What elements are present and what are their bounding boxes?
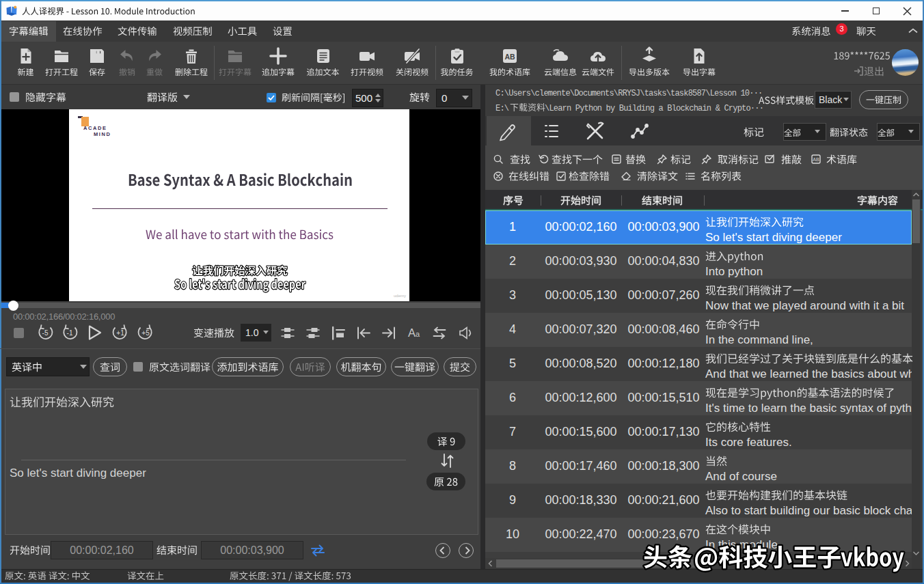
svg-text:+5: +5 [141, 329, 150, 337]
svg-text:AB: AB [504, 53, 515, 61]
svg-text:a: a [416, 330, 420, 338]
svg-text:-5: -5 [42, 329, 49, 337]
svg-text:-1: -1 [67, 329, 73, 337]
svg-text:A: A [408, 326, 416, 339]
svg-text:+1: +1 [116, 329, 124, 337]
svg-text:AB: AB [813, 157, 819, 162]
